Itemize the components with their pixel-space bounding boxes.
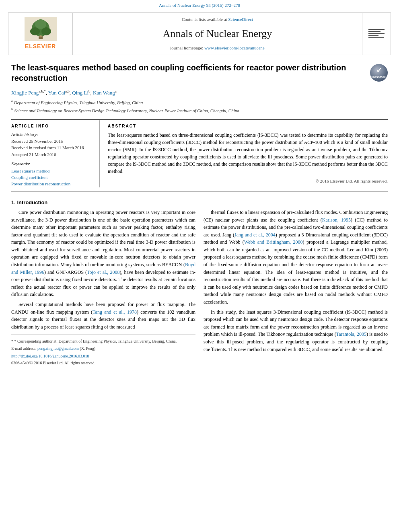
svg-point-6 xyxy=(39,35,42,37)
article-history: Article history: Received 25 November 20… xyxy=(11,131,93,158)
journal-right-decoration xyxy=(368,29,385,38)
author-sup-1: a,b,* xyxy=(39,89,46,93)
footnote-text: * Corresponding author at: Department of… xyxy=(14,339,177,343)
ref-jang[interactable]: Jang and et al., 2004 xyxy=(234,232,276,238)
elsevier-wordmark: ELSEVIER xyxy=(25,43,56,51)
elsevier-tree-icon xyxy=(25,17,57,41)
intro-para-3: thermal fluxes to a linear expansion of … xyxy=(204,209,388,306)
ref-tang[interactable]: Tang and et al., 1978 xyxy=(93,309,137,315)
ref-tojo[interactable]: Tojo et al., 2008 xyxy=(87,269,119,275)
elsevier-logo: ELSEVIER xyxy=(25,17,57,51)
authors-line: Xingjie Penga,b,*, Yun Caia,b, Qing Lib,… xyxy=(11,89,388,97)
affil-sup-a: a xyxy=(11,99,13,103)
article-title-section: The least-squares method based on coupli… xyxy=(11,62,388,86)
footnote-corresponding: * * Corresponding author at: Department … xyxy=(11,338,195,345)
abstract-column: ABSTRACT The least-squares method based … xyxy=(100,120,388,187)
abstract-label: ABSTRACT xyxy=(108,123,388,129)
journal-title-area: Contents lists available at ScienceDirec… xyxy=(73,13,362,55)
keywords-label: Keywords: xyxy=(11,161,93,167)
deco-line-4 xyxy=(368,35,378,36)
paper-content: The least-squares method based on coupli… xyxy=(0,62,399,366)
svg-point-3 xyxy=(30,27,40,35)
affil-line-2: b Science and Technology on Reactor Syst… xyxy=(11,107,388,114)
crossmark-check-icon: ✓ xyxy=(376,66,382,76)
article-info-abstract-section: ARTICLE INFO Article history: Received 2… xyxy=(11,119,388,192)
journal-homepage-url[interactable]: www.elsevier.com/locate/anucene xyxy=(204,45,265,50)
introduction-heading: 1. Introduction xyxy=(11,199,388,206)
intro-para-2: Several computational methods have been … xyxy=(11,301,195,331)
intro-para-1: Core power distribution monitoring in op… xyxy=(11,209,195,298)
footnote-star: * xyxy=(11,339,14,343)
issn-line: 0306-4549/© 2016 Elsevier Ltd. All right… xyxy=(11,360,195,366)
svg-point-4 xyxy=(41,27,51,35)
received-date: Received 25 November 2015 xyxy=(11,138,93,144)
author-yuncai[interactable]: Yun Cai xyxy=(48,90,65,96)
journal-right-panel xyxy=(362,13,391,55)
article-info-label: ARTICLE INFO xyxy=(11,123,93,129)
affiliations: a Department of Engineering Physics, Tsi… xyxy=(11,99,388,114)
footnote-email-line: E-mail address: pengxingjies@gmail.com (… xyxy=(11,345,195,352)
article-info-column: ARTICLE INFO Article history: Received 2… xyxy=(11,120,100,187)
deco-line-2 xyxy=(368,31,380,32)
ref-webb[interactable]: Webb and Brittingham, 2000 xyxy=(244,239,303,245)
introduction-two-col: Core power distribution monitoring in op… xyxy=(11,209,388,366)
journal-citation-bar: Annals of Nuclear Energy 94 (2016) 272–2… xyxy=(0,0,399,9)
received-revised-date: Received in revised form 11 March 2016 xyxy=(11,145,93,151)
elsevier-logo-area: ELSEVIER xyxy=(8,13,73,55)
deco-line-5 xyxy=(368,37,384,38)
intro-para-4: In this study, the least squares 3-Dimen… xyxy=(204,308,388,353)
affil-text-b: Science and Technology on Reactor System… xyxy=(14,108,239,113)
keyword-2[interactable]: Coupling coefficient xyxy=(11,175,93,181)
deco-line-1 xyxy=(368,29,385,30)
doi-line[interactable]: http://dx.doi.org/10.1016/j.anucene.2016… xyxy=(11,353,195,359)
deco-line-3 xyxy=(368,33,385,34)
affil-text-a: Department of Engineering Physics, Tsing… xyxy=(14,100,143,105)
journal-header-block: ELSEVIER Contents lists available at Sci… xyxy=(8,12,391,55)
author-qingli[interactable]: Qing Li xyxy=(72,90,88,96)
author-kanwang[interactable]: Kan Wang xyxy=(93,90,115,96)
keyword-3[interactable]: Power distribution reconstruction xyxy=(11,181,93,187)
affil-line-1: a Department of Engineering Physics, Tsi… xyxy=(11,99,388,106)
author-sup-2: a,b xyxy=(65,89,70,93)
ref-tarantola[interactable]: Tarantola, 2005 xyxy=(336,331,366,337)
author-sup-4: a xyxy=(115,89,117,93)
history-title: Article history: xyxy=(11,131,93,138)
intro-col-left: Core power distribution monitoring in op… xyxy=(11,209,195,366)
article-title: The least-squares method based on coupli… xyxy=(11,62,370,83)
affil-sup-b: b xyxy=(11,107,13,111)
crossmark-badge[interactable]: ✓ CrossMark xyxy=(370,64,388,82)
crossmark-icon: ✓ CrossMark xyxy=(370,64,388,82)
sciencedirect-line: Contents lists available at ScienceDirec… xyxy=(182,16,253,23)
footnote-email-name: (X. Peng). xyxy=(80,346,96,351)
intro-col-right: thermal fluxes to a linear expansion of … xyxy=(204,209,388,366)
journal-citation: Annals of Nuclear Energy 94 (2016) 272–2… xyxy=(159,3,240,8)
crossmark-label: CrossMark xyxy=(370,75,388,79)
accepted-date: Accepted 21 March 2016 xyxy=(11,152,93,158)
journal-homepage-line: journal homepage: www.elsevier.com/locat… xyxy=(170,45,264,51)
keyword-1[interactable]: Least squares method xyxy=(11,168,93,174)
footnote-email[interactable]: pengxingjies@gmail.com xyxy=(37,346,79,351)
keywords-section: Keywords: Least squares method Coupling … xyxy=(11,161,93,187)
sciencedirect-link[interactable]: ScienceDirect xyxy=(228,17,253,22)
ref-karlson[interactable]: Karlson, 1995 xyxy=(322,217,351,223)
journal-main-title: Annals of Nuclear Energy xyxy=(163,27,272,41)
introduction-section: 1. Introduction Core power distribution … xyxy=(11,199,388,366)
author-sup-3: b xyxy=(88,89,90,93)
author-xingjie[interactable]: Xingjie Peng xyxy=(11,90,39,96)
footnotes: * * Corresponding author at: Department … xyxy=(11,335,195,366)
footnote-email-label: E-mail address: xyxy=(11,346,36,351)
abstract-paragraph: The least-squares method based on three-… xyxy=(108,131,388,175)
svg-point-5 xyxy=(35,19,46,29)
copyright-line: © 2016 Elsevier Ltd. All rights reserved… xyxy=(108,178,388,184)
abstract-text: The least-squares method based on three-… xyxy=(108,131,388,175)
